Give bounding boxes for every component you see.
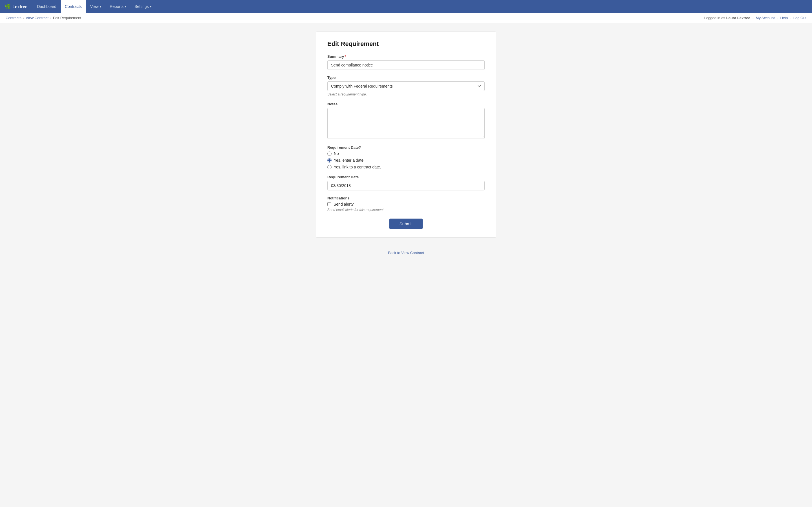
radio-yes-date[interactable]: Yes, enter a date.: [327, 158, 485, 163]
my-account-link[interactable]: My Account: [756, 16, 775, 20]
requirement-date-input[interactable]: [327, 181, 485, 190]
form-card: Edit Requirement Summary* Type Comply wi…: [316, 32, 496, 238]
breadcrumb-current: Edit Requirement: [53, 16, 81, 20]
reports-dropdown-caret: ▾: [124, 5, 126, 8]
requirement-date-question-group: Requirement Date? No Yes, enter a date. …: [327, 145, 485, 169]
breadcrumb-sep-1: ›: [23, 16, 24, 20]
radio-yes-date-label: Yes, enter a date.: [334, 158, 364, 163]
log-out-link[interactable]: Log Out: [794, 16, 806, 20]
logged-in-text: Logged in as: [704, 16, 726, 20]
form-title: Edit Requirement: [327, 40, 485, 48]
send-alert-checkbox-label[interactable]: Send alert?: [327, 202, 485, 207]
radio-no-label: No: [334, 151, 339, 156]
navbar: 🌿 Lextree Dashboard Contracts View ▾ Rep…: [0, 0, 812, 13]
view-dropdown-caret: ▾: [100, 5, 101, 8]
radio-yes-contract-input[interactable]: [327, 165, 332, 169]
radio-yes-contract[interactable]: Yes, link to a contract date.: [327, 165, 485, 169]
notes-label: Notes: [327, 102, 485, 106]
nav-item-dashboard[interactable]: Dashboard: [33, 0, 60, 13]
notes-group: Notes: [327, 102, 485, 140]
brand-logo[interactable]: 🌿 Lextree: [4, 3, 28, 10]
send-alert-label: Send alert?: [334, 202, 354, 207]
required-star: *: [345, 54, 346, 59]
nav-items: Dashboard Contracts View ▾ Reports ▾ Set…: [33, 0, 808, 13]
back-link-section: Back to View Contract: [0, 251, 812, 255]
nav-item-view[interactable]: View ▾: [86, 0, 105, 13]
settings-dropdown-caret: ▾: [150, 5, 151, 8]
summary-group: Summary*: [327, 54, 485, 70]
requirement-date-label: Requirement Date: [327, 175, 485, 179]
type-hint: Select a requirement type.: [327, 93, 485, 96]
requirement-date-radio-group: No Yes, enter a date. Yes, link to a con…: [327, 151, 485, 169]
main-content: Edit Requirement Summary* Type Comply wi…: [0, 23, 812, 246]
type-group: Type Comply with Federal Requirements In…: [327, 75, 485, 96]
notifications-label: Notifications: [327, 196, 485, 200]
nav-item-settings[interactable]: Settings ▾: [131, 0, 155, 13]
breadcrumb: Contracts › View Contract › Edit Require…: [6, 16, 81, 20]
user-info: Logged in as Laura Lextree - My Account …: [704, 16, 806, 20]
submit-button[interactable]: Submit: [389, 219, 423, 229]
radio-no-input[interactable]: [327, 152, 332, 156]
summary-input[interactable]: [327, 60, 485, 70]
breadcrumb-sep-2: ›: [50, 16, 51, 20]
nav-item-contracts[interactable]: Contracts: [61, 0, 86, 13]
breadcrumb-bar: Contracts › View Contract › Edit Require…: [0, 13, 812, 23]
leaf-icon: 🌿: [4, 3, 11, 10]
notifications-group: Notifications Send alert? Send email ale…: [327, 196, 485, 212]
radio-yes-date-input[interactable]: [327, 158, 332, 163]
user-name: Laura Lextree: [726, 16, 750, 20]
send-alert-hint: Send email alerts for this requirement.: [327, 208, 485, 212]
breadcrumb-view-contract[interactable]: View Contract: [26, 16, 49, 20]
radio-yes-contract-label: Yes, link to a contract date.: [334, 165, 381, 169]
help-link[interactable]: Help: [780, 16, 788, 20]
nav-item-reports[interactable]: Reports ▾: [106, 0, 130, 13]
requirement-date-question-label: Requirement Date?: [327, 145, 485, 150]
notes-textarea[interactable]: [327, 108, 485, 139]
requirement-date-group: Requirement Date: [327, 175, 485, 190]
summary-label: Summary*: [327, 54, 485, 59]
radio-no[interactable]: No: [327, 151, 485, 156]
send-alert-checkbox[interactable]: [327, 202, 331, 206]
brand-name: Lextree: [12, 4, 28, 9]
breadcrumb-contracts[interactable]: Contracts: [6, 16, 21, 20]
back-to-view-contract-link[interactable]: Back to View Contract: [388, 251, 424, 255]
type-select[interactable]: Comply with Federal Requirements Interna…: [327, 81, 485, 91]
type-label: Type: [327, 75, 485, 80]
